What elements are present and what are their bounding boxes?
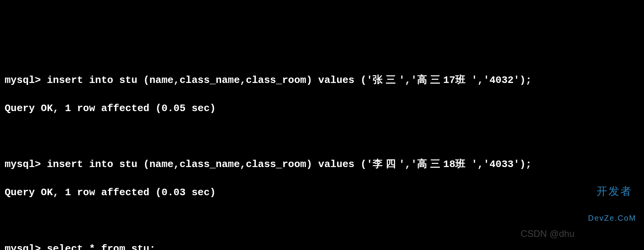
prompt: mysql> — [5, 159, 47, 170]
sql-insert-2: insert into stu (name,class_name,class_r… — [47, 159, 532, 170]
sql-insert-1: insert into stu (name,class_name,class_r… — [47, 74, 532, 86]
result-line-2: Query OK, 1 row affected (0.03 sec) — [5, 186, 639, 199]
prompt: mysql> — [5, 243, 47, 250]
command-line-3: mysql> select * from stu; — [5, 242, 639, 250]
watermark-brand: 开发者 DevZe.CoM — [588, 169, 636, 238]
blank-line — [5, 130, 639, 144]
result-line-1: Query OK, 1 row affected (0.05 sec) — [5, 101, 639, 115]
sql-select: select * from stu; — [47, 243, 155, 250]
watermark-sub: DevZe.CoM — [588, 213, 636, 223]
watermark-main: 开发者 — [596, 185, 632, 197]
prompt: mysql> — [5, 74, 47, 86]
command-line-2: mysql> insert into stu (name,class_name,… — [5, 157, 639, 171]
watermark-csdn: CSDN @dhu — [521, 227, 574, 240]
command-line-1: mysql> insert into stu (name,class_name,… — [5, 73, 639, 87]
terminal-output[interactable]: mysql> insert into stu (name,class_name,… — [5, 59, 639, 250]
blank-line — [5, 214, 639, 228]
